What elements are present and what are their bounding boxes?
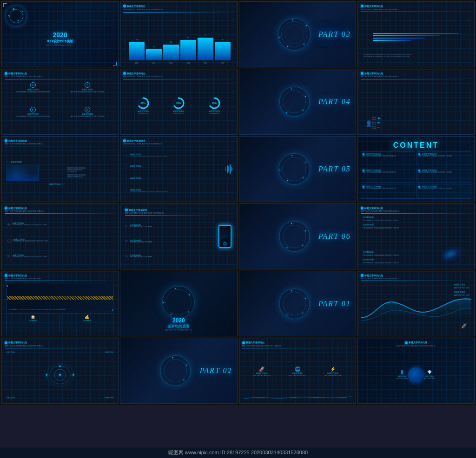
slide-15-part06: PART 06 [239, 203, 356, 269]
wave-item-1: 标题文字添加 [454, 284, 469, 286]
slide-23-icons3: 标题文字添加此处 ADD YOUR TEXT HERE ADD YOUR TEX… [239, 338, 356, 404]
galaxy-item-1: 点击添加标题 [363, 216, 399, 218]
circle-pct-1: 65% [141, 102, 145, 105]
bar-val-5: 5 [205, 34, 206, 36]
bar-2: 2.5 2022 [146, 49, 162, 60]
end-year: 2020 [120, 317, 237, 324]
bar-lbl-2: 2022 [152, 62, 156, 64]
part03-text: PART 03 [318, 30, 351, 39]
slide-18-end: 2020 感谢您的观看 ADD YOUR TEXT HERE ADD YOUR … [120, 271, 237, 337]
part02-text: PART 02 [200, 366, 232, 375]
end-subtitle: ADD YOUR TEXT HERE ADD YOUR TEXT [120, 329, 237, 331]
slide-14-phone: 标题文字添加此处 ADD YOUR TEXT HERE ADD YOUR TEX… [120, 203, 237, 269]
slide-13-list: 标题文字添加此处 ADD YOUR TEXT HERE ADD YOUR TEX… [1, 203, 119, 269]
slide-10-timeline: 标题文字添加此处 ADD YOUR TEXT HERE ADD YOUR TEX… [120, 136, 237, 202]
bar-lbl-4: 2024 [186, 62, 190, 64]
circle-pct-2: 65% [176, 102, 181, 105]
slide-11-part05: PART 05 [239, 136, 356, 202]
slide-7-part04: PART 04 [239, 69, 356, 135]
watermark: 昵图网 www.nipic.com ID:28197225 2020030314… [0, 447, 476, 458]
bar-lbl-5: 2025 [204, 62, 207, 64]
slide-2-barchart: 标题文字添加此处 ADD YOUR TEXT HERE ADD YOUR TEX… [120, 1, 237, 67]
slide-5-icons: 标题文字添加此处 ADD YOUR TEXT HERE ADD YOUR TEX… [1, 69, 119, 135]
watermark-text: 昵图网 www.nipic.com ID:28197225 2020030314… [168, 450, 308, 455]
galaxy-item-2: 点击添加标题 [363, 224, 399, 226]
bar-lbl-6: 2026 [221, 62, 224, 64]
bar-5: 5 2025 [198, 38, 213, 60]
slide-6-circles: 标题文字添加此处 ADD YOUR TEXT HERE ADD YOUR TEX… [120, 69, 237, 135]
slide-12-content: CONTENT 标题文字添加此处 ADD YOUR TEXT HERE ADD … [357, 136, 475, 202]
galaxy-item-4: 点击添加标题 [363, 259, 399, 261]
slide-22-part02: PART 02 [120, 338, 237, 404]
slide-8-pyramid: 标题文字添加此处 ADD YOUR TEXT HERE ADD YOUR TEX… [357, 69, 475, 135]
part01-text: PART 01 [318, 300, 351, 308]
slide-grid: 2020 XXX设计PPT模版 ADD YOUR TEXT HERE ADD Y… [0, 0, 476, 405]
slide-16-galaxy: 标题文字添加此处 ADD YOUR TEXT HERE ADD YOUR TEX… [357, 203, 475, 269]
bar-4: 4.5 2024 [180, 40, 196, 60]
bar-val-1: 9.3 [136, 39, 138, 41]
slide-17-video: 标题文字添加此处 ADD YOUR TEXT HERE ADD YOUR TEX… [1, 271, 119, 337]
slide-9-image: 标题文字添加此处 ADD YOUR TEXT HERE ADD YOUR TEX… [1, 136, 119, 202]
part04-text: PART 04 [318, 98, 351, 106]
circle-pct-3: 65% [212, 102, 217, 105]
bar-lbl-1: 2020 [135, 62, 139, 64]
part05-text: PART 05 [318, 165, 351, 173]
slide-1-cover: 2020 XXX设计PPT模版 ADD YOUR TEXT HERE ADD Y… [1, 1, 119, 67]
bar-val-6: 4 [222, 39, 223, 41]
bar-6: 4 2026 [215, 42, 231, 60]
slide-20-wave: 标题文字添加此处 ADD YOUR TEXT HERE ADD YOUR TEX… [357, 271, 475, 337]
slide-24-cover-small: 标题文字添加此处 ADD YOUR TEXT HERE ADD YOUR TEX… [357, 338, 475, 404]
end-title: 感谢您的观看 [120, 324, 237, 329]
bar-val-2: 2.5 [153, 46, 155, 48]
bar-3: 3.5 2023 [163, 45, 179, 60]
slide-4-hbarchart: 标题文字添加此处 ADD YOUR TEXT HERE ADD YOUR TEX… [357, 1, 475, 67]
bar-1: 9.3 2020 [129, 42, 145, 60]
slide-21-orbit: 标题文字添加此处 ADD YOUR TEXT HERE ADD YOUR TEX… [1, 338, 119, 404]
slide-3-part03: PART 03 [239, 1, 356, 67]
bar-val-4: 4.5 [187, 37, 189, 39]
wave-item-2: 标题文字添加 [454, 291, 469, 293]
part06-text: PART 06 [318, 232, 351, 241]
bar-val-3: 3.5 [170, 41, 172, 43]
galaxy-item-3: 点击添加标题 [363, 251, 399, 253]
slide-19-part01: PART 01 [239, 271, 356, 337]
bar-lbl-3: 2023 [170, 62, 173, 64]
